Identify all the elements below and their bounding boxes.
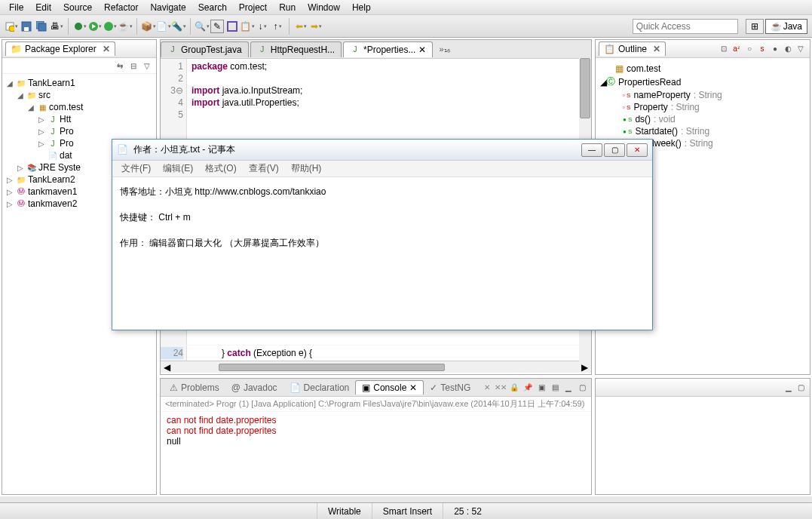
tab-declaration[interactable]: 📄 Declaration [283,381,356,395]
outline-field[interactable]: Property [633,102,667,112]
np-menu-file[interactable]: 文件(F) [115,162,157,175]
quick-access-input[interactable] [633,19,738,34]
notepad-window[interactable]: 📄 作者：小坦克.txt - 记事本 — ▢ ✕ 文件(F) 编辑(E) 格式(… [112,139,653,330]
tree-jre[interactable]: JRE Syste [38,162,81,173]
expand-icon[interactable]: ▷ [37,127,46,136]
outline-sort-button[interactable]: aᶻ [731,43,743,55]
run-last-button[interactable] [103,20,117,33]
expand-icon[interactable]: ▷ [16,164,25,172]
tree-project[interactable]: TankLearn1 [28,78,75,88]
notepad-body[interactable]: 博客地址：小坦克 http://www.cnblogs.com/tankxiao… [112,177,652,257]
outline-focus-button[interactable]: ⊡ [718,43,730,55]
search-button[interactable]: 🔍 [195,20,209,33]
expand-icon[interactable]: ◢ [5,79,14,88]
open-perspective-button[interactable]: ⊞ [746,19,764,34]
tab-problems[interactable]: ⚠ Problems [164,381,225,395]
scroll-left-icon[interactable]: ◀ [161,362,173,373]
tree-project[interactable]: TankLearn2 [28,174,75,185]
java-perspective-button[interactable]: ☕Java [765,19,807,34]
close-icon[interactable]: ✕ [418,45,426,55]
menu-window[interactable]: Window [302,2,346,13]
np-menu-help[interactable]: 帮助(H) [285,162,328,175]
next-annotation-button[interactable]: ↓ [256,20,269,33]
console-remove-all-button[interactable]: ✕✕ [495,382,507,394]
view-menu-button[interactable]: ▽ [141,60,153,72]
panel-min-button[interactable]: ▁ [783,382,795,394]
outline-hide-nonpublic-button[interactable]: ● [769,43,781,55]
outline-hide-fields-button[interactable]: ○ [743,43,755,55]
fold-icon[interactable]: ⊖ [176,85,183,96]
outline-method[interactable]: Startdate() [635,126,678,137]
tab-console[interactable]: ▣ Console ✕ [355,380,424,395]
notepad-titlebar[interactable]: 📄 作者：小坦克.txt - 记事本 — ▢ ✕ [112,140,652,161]
panel-max-button[interactable]: ▢ [795,382,807,394]
editor-tabs-overflow[interactable]: »₁₆ [434,45,454,54]
editor-tab-httprequest[interactable]: JHttpRequestH... [250,41,342,57]
close-icon[interactable]: ✕ [409,382,417,393]
tree-file[interactable]: Pro [60,138,74,149]
maximize-button[interactable]: ▢ [604,143,625,157]
console-max-button[interactable]: ▢ [576,382,588,394]
console-display-button[interactable]: ▣ [535,382,547,394]
editor-tab-grouptest[interactable]: JGroupTest.java [161,41,249,57]
console-min-button[interactable]: ▁ [562,382,575,394]
outline-method[interactable]: ds() [635,114,651,124]
new-button[interactable] [5,20,18,33]
outline-menu-button[interactable]: ▽ [795,43,807,55]
menu-navigate[interactable]: Navigate [144,2,192,13]
tree-file[interactable]: Htt [60,114,71,124]
package-explorer-tab[interactable]: 📁 Package Explorer ✕ [5,41,115,56]
np-menu-edit[interactable]: 编辑(E) [157,162,199,175]
editor-tab-properties[interactable]: J*Properties... ✕ [343,41,433,57]
close-button[interactable]: ✕ [627,143,648,157]
tree-project[interactable]: tankmaven1 [28,186,77,197]
menu-project[interactable]: Project [233,2,273,13]
link-editor-button[interactable]: ⊟ [127,60,139,72]
tree-file[interactable]: dat [60,150,72,161]
scroll-thumb[interactable] [219,364,445,371]
outline-field[interactable]: nameProperty [633,90,690,100]
save-all-button[interactable] [35,20,48,33]
np-menu-format[interactable]: 格式(O) [199,162,242,175]
scroll-right-icon[interactable]: ▶ [578,362,591,373]
expand-icon[interactable]: ◢ [16,91,25,100]
collapse-all-button[interactable]: ⇆ [114,60,126,72]
back-button[interactable]: ⬅ [294,20,308,33]
menu-source[interactable]: Source [57,2,98,13]
close-icon[interactable]: ✕ [103,44,110,54]
toggle-mark-button[interactable]: ✎ [210,20,224,33]
menu-edit[interactable]: Edit [29,2,57,13]
expand-icon[interactable]: ▷ [5,188,14,196]
console-output[interactable]: can not find date.properites can not fin… [161,412,591,450]
save-button[interactable] [20,20,33,33]
minimize-button[interactable]: — [581,143,602,157]
tab-testng[interactable]: ✓ TestNG [424,381,476,395]
print-button[interactable]: 🖶 [50,20,63,33]
editor-hscrollbar[interactable]: ◀ ▶ [161,361,591,373]
task-button[interactable] [225,20,239,33]
expand-icon[interactable]: ▷ [37,140,46,148]
close-icon[interactable]: ✕ [653,44,660,54]
console-clear-button[interactable]: ✕ [481,382,493,394]
menu-file[interactable]: File [3,2,29,13]
outline-class[interactable]: PropertiesRead [618,77,681,88]
outline-hide-local-button[interactable]: ◐ [782,43,794,55]
open-type-button[interactable]: 🔦 [172,20,185,33]
tree-file[interactable]: Pro [60,126,74,137]
console-open-button[interactable]: ▤ [549,382,561,394]
outline-tab[interactable]: 📋 Outline ✕ [599,41,666,56]
expand-icon[interactable]: ▷ [5,200,14,208]
forward-button[interactable]: ➡ [309,20,323,33]
console-pin-button[interactable]: 📌 [522,382,534,394]
tab-javadoc[interactable]: @ Javadoc [225,381,283,395]
menu-refactor[interactable]: Refactor [98,2,144,13]
outline-hide-static-button[interactable]: s [756,43,768,55]
coverage-button[interactable]: ☕ [118,20,132,33]
menu-run[interactable]: Run [273,2,302,13]
expand-icon[interactable]: ◢ [26,103,35,112]
annotation-button[interactable]: 📋 [241,20,254,33]
expand-icon[interactable]: ▷ [37,115,46,124]
debug-button[interactable] [73,20,87,33]
expand-icon[interactable]: ▷ [5,176,14,184]
tree-package[interactable]: com.test [49,102,83,112]
